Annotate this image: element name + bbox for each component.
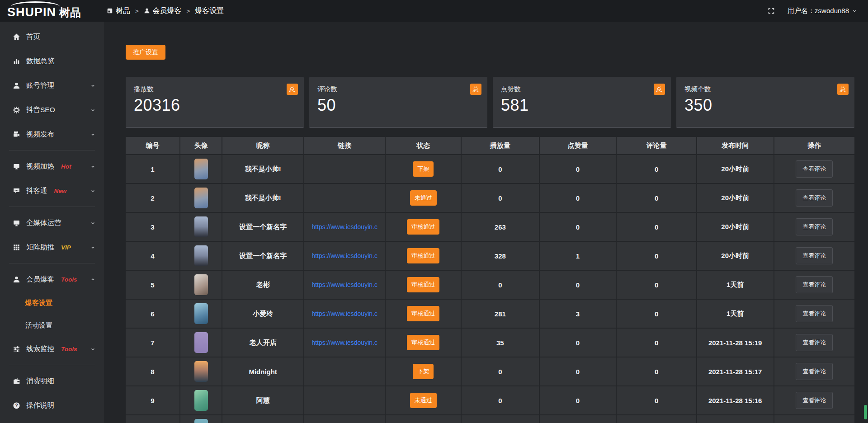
status-badge[interactable]: 审核通过: [407, 248, 439, 263]
view-comments-button[interactable]: 查看评论: [796, 160, 833, 178]
cell-nickname: 阿慧: [222, 386, 304, 415]
cell-likes: 0: [540, 213, 617, 242]
cell-plays: 0: [462, 271, 539, 300]
column-header-plays: 播放量: [462, 137, 539, 155]
breadcrumb-item-home[interactable]: 树品: [107, 6, 130, 16]
video-link[interactable]: https://www.iesdouyin.c: [311, 223, 377, 230]
sidebar-subitem-label: 爆客设置: [25, 299, 52, 307]
sidebar-item-label: 全媒体运营: [26, 218, 61, 228]
stat-card-comments: 评论数 50 总: [309, 77, 487, 128]
cell-status: 审核通过: [386, 300, 462, 329]
video-link[interactable]: https://www.iesdouyin.c: [311, 310, 377, 317]
cell-nickname: 设置一个新名字: [222, 213, 304, 242]
stat-value: 20316: [134, 96, 296, 115]
cell-link: https://www.iesdouyin.c: [304, 271, 386, 300]
cell-comments: 0: [617, 213, 697, 242]
chevron-down-icon: [90, 164, 96, 169]
breadcrumb: 树品 > 会员爆客 > 爆客设置: [107, 6, 224, 16]
monitor-icon: [13, 219, 21, 227]
status-badge[interactable]: 审核通过: [407, 219, 439, 235]
cell-link: [304, 415, 386, 423]
cell-comments: 0: [617, 271, 697, 300]
cell-avatar: [180, 155, 222, 184]
sidebar-item-account-management[interactable]: 账号管理: [0, 73, 104, 98]
sidebar-subitem-activity-settings[interactable]: 活动设置: [0, 314, 104, 337]
view-comments-button[interactable]: 查看评论: [796, 218, 833, 235]
status-badge[interactable]: 审核通过: [407, 306, 439, 321]
status-badge[interactable]: 下架: [413, 161, 434, 177]
sidebar-item-lead-monitoring[interactable]: 线索监控 Tools: [0, 337, 104, 361]
sidebar-item-label: 数据总览: [26, 56, 54, 66]
sidebar-item-douyin-seo[interactable]: 抖音SEO: [0, 98, 104, 122]
breadcrumb-item-section[interactable]: 会员爆客: [144, 6, 182, 16]
cell-plays: 0: [462, 155, 539, 184]
table-row: 6 小爱玲 https://www.iesdouyin.c 审核通过 281 3…: [126, 300, 854, 329]
cell-publish-time: 20小时前: [697, 155, 774, 184]
breadcrumb-label: 会员爆客: [153, 6, 182, 16]
cell-avatar: [180, 300, 222, 329]
sidebar-item-label: 矩阵助推: [26, 243, 54, 252]
avatar: [194, 159, 208, 179]
video-link[interactable]: https://www.iesdouyin.c: [311, 339, 377, 346]
status-badge[interactable]: 下架: [413, 364, 434, 379]
status-badge[interactable]: 审核通过: [407, 335, 439, 350]
video-link[interactable]: https://www.iesdouyin.c: [311, 252, 377, 259]
cell-actions: 查看评论: [774, 155, 854, 184]
chevron-down-icon: [90, 346, 96, 352]
sidebar-item-video-publish[interactable]: 视频发布: [0, 122, 104, 146]
view-comments-button[interactable]: 查看评论: [796, 392, 833, 409]
sidebar-item-omni-media[interactable]: 全媒体运营: [0, 211, 104, 235]
logo-text-cn: 树品: [59, 7, 81, 22]
sidebar-item-spending-details[interactable]: 消费明细: [0, 369, 104, 393]
table-row: 4 设置一个新名字 https://www.iesdouyin.c 审核通过 3…: [126, 242, 854, 271]
sidebar-item-label: 消费明细: [26, 376, 54, 386]
avatar: [194, 303, 208, 324]
cell-publish-time: 20小时前: [697, 213, 774, 242]
sidebar-item-video-heating[interactable]: 视频加热 Hot: [0, 154, 104, 179]
chevron-down-icon: [90, 107, 96, 113]
cell-plays: 0: [462, 357, 539, 386]
screen-icon: [13, 163, 21, 170]
status-badge[interactable]: 审核通过: [407, 277, 439, 292]
sidebar-item-instructions[interactable]: ? 操作说明: [0, 393, 104, 418]
user-menu[interactable]: 用户名：zswodun88: [788, 7, 857, 15]
video-link[interactable]: https://www.iesdouyin.c: [311, 281, 377, 288]
view-comments-button[interactable]: 查看评论: [796, 276, 833, 293]
cell-id: 10: [126, 415, 180, 423]
fullscreen-icon[interactable]: [768, 7, 775, 14]
view-comments-button[interactable]: 查看评论: [796, 363, 833, 380]
total-badge: 总: [654, 84, 665, 95]
scrollbar-thumb[interactable]: [864, 405, 867, 419]
chevron-down-icon: [90, 220, 96, 226]
cell-id: 6: [126, 300, 180, 329]
avatar: [194, 332, 208, 353]
sidebar-item-douketong[interactable]: 抖客通 New: [0, 179, 104, 203]
sidebar-item-matrix-boost[interactable]: 矩阵助推 VIP: [0, 235, 104, 259]
sidebar-item-home[interactable]: 首页: [0, 24, 104, 49]
sidebar-divider: [9, 263, 95, 263]
view-comments-button[interactable]: 查看评论: [796, 305, 833, 322]
cell-link: https://www.iesdouyin.c: [304, 300, 386, 329]
sidebar-item-data-overview[interactable]: 数据总览: [0, 49, 104, 73]
view-comments-button[interactable]: 查看评论: [796, 189, 833, 207]
column-header-publish-time: 发布时间: [697, 137, 774, 155]
column-header-nickname: 昵称: [222, 137, 304, 155]
column-header-avatar: 头像: [180, 137, 222, 155]
status-badge[interactable]: 未通过: [410, 190, 437, 206]
view-comments-button[interactable]: 查看评论: [796, 247, 833, 264]
promotion-settings-button[interactable]: 推广设置: [126, 45, 165, 60]
sidebar-item-label: 会员爆客: [26, 275, 54, 284]
cell-link: [304, 386, 386, 415]
cell-link: [304, 155, 386, 184]
sidebar-item-member-baoke[interactable]: 会员爆客 Tools: [0, 267, 104, 291]
cell-comments: [617, 415, 697, 423]
user-icon: [13, 82, 21, 89]
table-row: 1 我不是小帅! 下架 0 0 0 20小时前 查看评论: [126, 155, 854, 184]
avatar: [194, 274, 208, 295]
sidebar-subitem-baoke-settings[interactable]: 爆客设置: [0, 291, 104, 314]
chevron-down-icon: [90, 83, 96, 89]
status-badge[interactable]: 未通过: [410, 393, 437, 408]
cell-likes: 3: [540, 300, 617, 329]
view-comments-button[interactable]: 查看评论: [796, 334, 833, 351]
cell-actions: 查看评论: [774, 184, 854, 213]
